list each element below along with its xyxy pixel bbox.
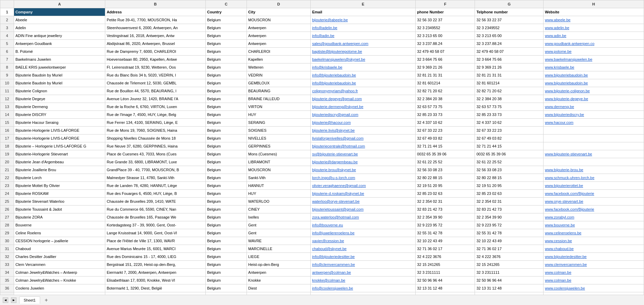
cell-country-12[interactable]: Belgium	[206, 95, 247, 103]
cell-city-15[interactable]: SERAING	[247, 119, 310, 127]
cell-city-36[interactable]: Diest	[247, 284, 310, 292]
cell-telphone-13[interactable]: 32 63 57 73 75	[475, 103, 544, 111]
cell-website-10[interactable]: www.bijouteriebaudoin.be	[544, 79, 644, 87]
cell-city-2[interactable]: MOUSCRON	[247, 16, 310, 24]
cell-email-37[interactable]	[311, 292, 416, 295]
cell-website-7[interactable]: www.baekelmansjuwelen.be	[544, 56, 644, 63]
cell-telphone-33[interactable]: 32 15 241265	[475, 261, 544, 269]
cell-country-34[interactable]: Belgium	[206, 269, 247, 277]
cell-email-20[interactable]: bijouterie@dargembeau.be	[311, 158, 416, 166]
cell-phone-35[interactable]: 32 50 96 96 44	[416, 277, 475, 284]
cell-city-3[interactable]: Antwerpen	[247, 24, 310, 32]
cell-city-13[interactable]: VIRTON	[247, 103, 310, 111]
cell-phone-34[interactable]: 32 3 2311111	[416, 269, 475, 277]
cell-city-5[interactable]: Antwerpen	[247, 40, 310, 48]
cell-country-24[interactable]: Belgium	[206, 190, 247, 198]
cell-company-21[interactable]: Bijouterie Joaillerie Brou	[14, 166, 105, 174]
cell-email-27[interactable]: zora.waterloo@hotmail.com	[311, 213, 416, 221]
cell-website-5[interactable]: www.goudbank-antwerpen.co	[544, 40, 644, 48]
cell-telphone-27[interactable]: 32 2 354 39 90	[475, 213, 544, 221]
cell-address-32[interactable]: Rue des Dominicains 15 - 17, 4000, LIEG	[105, 253, 206, 261]
cell-telphone-25[interactable]: 32 2 354 02 31	[475, 198, 544, 206]
cell-country-29[interactable]: Belgium	[206, 229, 247, 237]
header-website[interactable]: Website	[544, 8, 644, 16]
cell-website-23[interactable]: www.bijouterierottet.be	[544, 182, 644, 190]
cell-city-25[interactable]: WATERLOO	[247, 198, 310, 206]
cell-address-11[interactable]: Rue de Bouillon 44, 5570, BEAURAING, l	[105, 87, 206, 95]
cell-company-34[interactable]: Colman Jewelry&Watches – Antwerp	[14, 269, 105, 277]
cell-phone-28[interactable]: 32 9 223 95 72	[416, 221, 475, 229]
cell-country-27[interactable]: Belgium	[206, 213, 247, 221]
cell-address-10[interactable]: Chaussée de Tirlemont 12, 5030, GEMBL	[105, 79, 206, 87]
cell-email-16[interactable]: bijouterie.livis@skynet.be	[311, 127, 416, 134]
cell-country-36[interactable]: Belgium	[206, 284, 247, 292]
cell-company-15[interactable]: Bijouterie Hacour Seraing	[14, 119, 105, 127]
cell-phone-30[interactable]: 32 10 22 43 49	[416, 237, 475, 245]
cell-address-33[interactable]: Bergstraat 151, 2220, Heist-op-den-Berg,	[105, 261, 206, 269]
cell-email-18[interactable]: bijouteriecentrale@hotmail.com	[311, 142, 416, 150]
cell-website-18[interactable]	[544, 142, 644, 150]
cell-country-11[interactable]: Belgium	[206, 87, 247, 95]
cell-country-6[interactable]: Belgium	[206, 48, 247, 56]
cell-company-28[interactable]: Bouverne	[14, 221, 105, 229]
cell-city-27[interactable]: Ixelles	[247, 213, 310, 221]
cell-phone-25[interactable]: 32 2 354 02 31	[416, 198, 475, 206]
cell-phone-9[interactable]: 32 81 21 31 31	[416, 71, 475, 79]
header-email[interactable]: Email	[311, 8, 416, 16]
cell-company-26[interactable]: Bijouterie Toussaint & Jadot	[14, 206, 105, 213]
cell-address-35[interactable]: Elisabethlaan 17, 8300, Knokke, West-Vl	[105, 277, 206, 284]
cell-company-13[interactable]: Bijouterie Dermeng	[14, 103, 105, 111]
cell-company-7[interactable]: Baekelmans Juwelen	[14, 56, 105, 63]
cell-website-2[interactable]: www.abeele.be	[544, 16, 644, 24]
cell-phone-10[interactable]: 32 81 601214	[416, 79, 475, 87]
cell-address-9[interactable]: Rue du Blanc Bois 34 b, 5020, VEDRIN, l	[105, 71, 206, 79]
cell-email-34[interactable]: antwerpen@colman.be	[311, 269, 416, 277]
cell-email-12[interactable]: bijouterie.degeye@gmail.com	[311, 95, 416, 103]
cell-company-11[interactable]: Bijouterie Colignon	[14, 87, 105, 95]
cell-country-3[interactable]: Belgium	[206, 24, 247, 32]
cell-phone-23[interactable]: 32 19 51 20 95	[416, 182, 475, 190]
cell-company-14[interactable]: Bijouterie DISCRY	[14, 111, 105, 119]
cell-address-26[interactable]: Rue du Commerce 66, 5590, CINEY, Nan	[105, 206, 206, 213]
cell-phone-29[interactable]: 32 55 31 42 78	[416, 229, 475, 237]
cell-country-10[interactable]: Belgium	[206, 79, 247, 87]
cell-telphone-34[interactable]: 32 3 2311111	[475, 269, 544, 277]
cell-phone-32[interactable]: 32 4 222 3676	[416, 253, 475, 261]
cell-telphone-4[interactable]: 32 3 213 65 00	[475, 32, 544, 40]
cell-phone-3[interactable]: 32 3 2349552	[416, 24, 475, 32]
cell-address-24[interactable]: Rue des Fouarges 6, 4500, HUY, Liège, B	[105, 190, 206, 198]
cell-country-4[interactable]: Belgium	[206, 32, 247, 40]
cell-telphone-31[interactable]: 32 71 36 02 17	[475, 245, 544, 253]
cell-company-9[interactable]: Bijouterie Baudoin by Muriel	[14, 71, 105, 79]
cell-website-32[interactable]: www.bijouteriedesitter.be	[544, 253, 644, 261]
cell-phone-6[interactable]: 32 479 40 58 07	[416, 48, 475, 56]
cell-phone-27[interactable]: 32 2 354 39 90	[416, 213, 475, 221]
cell-city-37[interactable]: Antwerpen	[247, 292, 310, 295]
cell-address-15[interactable]: Rue Ferrer 134, 4100, SERAING, Liège, E	[105, 119, 206, 127]
cell-email-29[interactable]: info@juweliereroelens.be	[311, 229, 416, 237]
cell-phone-8[interactable]: 32 9 369 21 26	[416, 63, 475, 71]
cell-phone-22[interactable]: 32 80 22 88 15	[416, 174, 475, 182]
cell-country-17[interactable]: Belgium	[206, 134, 247, 142]
cell-website-3[interactable]: www.adelin.be	[544, 24, 644, 32]
cell-email-24[interactable]: bijouterie-d.roskam@skynet.be	[311, 190, 416, 198]
cell-website-20[interactable]	[544, 158, 644, 166]
cell-city-35[interactable]: Knokke	[247, 277, 310, 284]
cell-company-29[interactable]: Celine Roelens	[14, 229, 105, 237]
cell-website-9[interactable]: www.bijouteriebaudoin.be	[544, 71, 644, 79]
cell-city-11[interactable]: BEAURAING	[247, 87, 310, 95]
cell-telphone-19[interactable]: 0032 65 35 39 06	[475, 150, 544, 158]
cell-country-2[interactable]: Belgium	[206, 16, 247, 24]
cell-city-18[interactable]: GERPINNES	[247, 142, 310, 150]
cell-company-6[interactable]: B. Polomé	[14, 48, 105, 56]
cell-phone-5[interactable]: 32 3 237.88.24	[416, 40, 475, 48]
cell-city-29[interactable]: Gent	[247, 229, 310, 237]
cell-address-28[interactable]: Kortedagsteeg 37 - 39, 9000, Gent, Oost-	[105, 221, 206, 229]
cell-telphone-7[interactable]: 32 3 664 75 66	[475, 56, 544, 63]
cell-website-22[interactable]: www.schmuck-uhren-lorch.be	[544, 174, 644, 182]
cell-phone-37[interactable]: 32 3 2332967	[416, 292, 475, 295]
cell-company-12[interactable]: Bijouterie Degeye	[14, 95, 105, 103]
cell-telphone-17[interactable]: 32 67 49 03 82	[475, 134, 544, 142]
cell-email-8[interactable]: info@krisbaele.be	[311, 63, 416, 71]
col-header-d[interactable]: D	[247, 0, 310, 8]
